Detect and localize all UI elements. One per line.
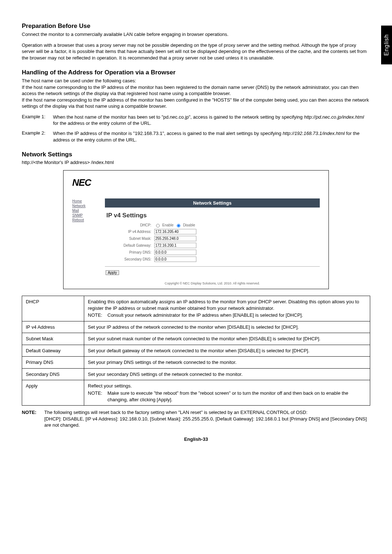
dhcp-note-label: NOTE:	[88, 312, 107, 319]
cell-ip-desc: Set your IP address of the network conne…	[84, 321, 370, 333]
subnet-label: Subnet Mask:	[105, 237, 154, 241]
example2-label: Example 2:	[22, 130, 53, 143]
dhcp-desc-text: Enabling this option automatically assig…	[88, 299, 359, 311]
dhcp-disable-text: Disable	[183, 223, 195, 227]
apply-note-text: Make sure to execute "the reboot" from t…	[107, 390, 366, 403]
example1-text: When the host name of the monitor has be…	[53, 114, 370, 127]
apply-button[interactable]: Apply	[106, 270, 119, 275]
handling-p1: The host name can be used under the foll…	[22, 78, 370, 84]
example2-text: When the IP address of the monitor is "1…	[53, 130, 370, 143]
screenshot-banner: Network Settings	[105, 198, 320, 208]
example2-text-a: When the IP address of the monitor is "1…	[53, 131, 283, 136]
example2-url: http://192.168.73.1/index.html	[283, 131, 345, 136]
divider	[105, 266, 320, 267]
example1-text-b: for the address or the entry column of t…	[53, 120, 151, 126]
table-row: IP v4 Address Set your IP address of the…	[22, 321, 370, 333]
screenshot-copyright: Copyright © NEC Display Solutions, Ltd. …	[105, 282, 320, 285]
cell-subnet-label: Subnet Mask	[22, 333, 84, 345]
cell-dhcp-desc: Enabling this option automatically assig…	[84, 296, 370, 321]
settings-table: DHCP Enabling this option automatically …	[22, 296, 370, 406]
nav-reboot[interactable]: Reboot	[72, 218, 98, 222]
nec-logo: NEC	[72, 177, 320, 188]
bottom-note-line1: The following settings will reset back t…	[44, 410, 307, 415]
nav-home[interactable]: Home	[72, 199, 98, 204]
page-footer: English-33	[22, 436, 370, 442]
nav-mail[interactable]: Mail	[72, 208, 98, 213]
pdns-input[interactable]	[154, 250, 196, 255]
heading-network-settings: Network Settings	[22, 151, 370, 158]
heading-handling: Handling of the Address for Operation vi…	[22, 69, 370, 76]
example1-url: http://pd.nec.co.jp/index.html	[304, 114, 364, 120]
ip-input[interactable]	[154, 229, 196, 234]
dhcp-disable-radio[interactable]	[177, 224, 180, 227]
cell-gateway-desc: Set your default gateway of the network …	[84, 345, 370, 357]
network-url: http://<the Monitor's IP address> /index…	[22, 160, 370, 165]
embedded-screenshot: NEC Home Network Mail SNMP Reboot Networ…	[63, 170, 329, 289]
bottom-note-line2: [DHCP]: DISABLE, [IP v4 Address]: 192.16…	[44, 416, 367, 428]
cell-sdns-desc: Set your secondary DNS settings of the n…	[84, 368, 370, 380]
screenshot-nav: Home Network Mail SNMP Reboot	[72, 198, 98, 287]
handling-p2: If the host name corresponding to the IP…	[22, 84, 370, 97]
subnet-input[interactable]	[154, 236, 196, 241]
apply-note-label: NOTE:	[88, 390, 107, 403]
sdns-label: Secondary DNS:	[105, 257, 154, 261]
dhcp-label: DHCP:	[105, 223, 154, 227]
table-row: DHCP Enabling this option automatically …	[22, 296, 370, 321]
example1-label: Example 1:	[22, 114, 53, 127]
table-row: Apply Reflect your settings. NOTE: Make …	[22, 380, 370, 406]
nav-snmp[interactable]: SNMP	[72, 213, 98, 218]
cell-pdns-desc: Set your primary DNS settings of the net…	[84, 357, 370, 369]
cell-pdns-label: Primary DNS	[22, 357, 84, 369]
bottom-note-text: The following settings will reset back t…	[44, 409, 370, 428]
nav-network[interactable]: Network	[72, 204, 98, 208]
apply-desc-text: Reflect your settings.	[88, 383, 132, 389]
cell-apply-label: Apply	[22, 380, 84, 406]
language-tab: English	[381, 25, 392, 64]
table-row: Default Gateway Set your default gateway…	[22, 345, 370, 357]
cell-ip-label: IP v4 Address	[22, 321, 84, 333]
bottom-note-label: NOTE:	[22, 409, 44, 428]
cell-dhcp-label: DHCP	[22, 296, 84, 321]
cell-gateway-label: Default Gateway	[22, 345, 84, 357]
prep-p1: Connect the monitor to a commercially av…	[22, 31, 370, 38]
dhcp-note-text: Consult your network administrator for t…	[107, 312, 303, 319]
table-row: Secondary DNS Set your secondary DNS set…	[22, 368, 370, 380]
ip-label: IP v4 Address:	[105, 230, 154, 234]
heading-preparation: Preparation Before Use	[22, 22, 370, 30]
prep-p2: Operation with a browser that uses a pro…	[22, 42, 370, 61]
sdns-input[interactable]	[154, 257, 196, 262]
screenshot-subheading: IP v4 Settings	[106, 212, 320, 219]
handling-p3: If the host name corresponding to the IP…	[22, 97, 370, 110]
pdns-label: Primary DNS:	[105, 250, 154, 254]
gateway-label: Default Gateway:	[105, 243, 154, 247]
dhcp-enable-text: Enable	[162, 223, 173, 227]
dhcp-enable-radio[interactable]	[156, 224, 160, 227]
cell-apply-desc: Reflect your settings. NOTE: Make sure t…	[84, 380, 370, 406]
example1-text-a: When the host name of the monitor has be…	[53, 114, 304, 120]
table-row: Subnet Mask Set your subnet mask number …	[22, 333, 370, 345]
cell-subnet-desc: Set your subnet mask number of the netwo…	[84, 333, 370, 345]
gateway-input[interactable]	[154, 243, 196, 248]
cell-sdns-label: Secondary DNS	[22, 368, 84, 380]
table-row: Primary DNS Set your primary DNS setting…	[22, 357, 370, 369]
